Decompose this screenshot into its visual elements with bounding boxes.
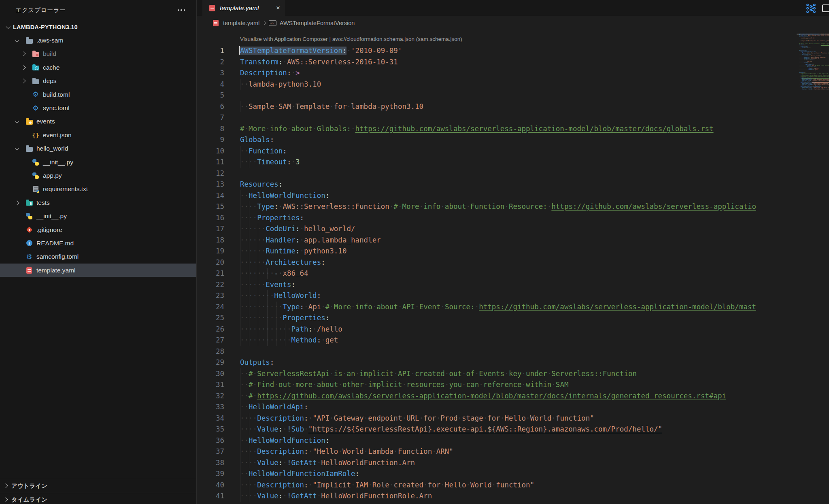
line-number[interactable]: 23	[197, 290, 224, 302]
code-line-5[interactable]: 5	[197, 90, 797, 101]
line-number[interactable]: 24	[197, 302, 224, 313]
code-line-29[interactable]: 29Outputs:	[197, 357, 797, 368]
line-number[interactable]: 33	[197, 402, 224, 413]
tree-item-cache[interactable]: cache	[0, 61, 196, 74]
tree-item-sync.toml[interactable]: ⚙sync.toml	[0, 101, 196, 115]
line-content[interactable]: ····Properties:	[240, 213, 304, 224]
line-number[interactable]: 9	[197, 134, 224, 146]
tab-close-icon[interactable]: ×	[276, 4, 280, 11]
line-number[interactable]: 26	[197, 324, 224, 335]
code-line-4[interactable]: 4··lambda-python3.10	[197, 79, 797, 90]
line-number[interactable]: 6	[197, 101, 224, 113]
line-content[interactable]: Description:·>	[240, 68, 300, 79]
tree-item-event.json[interactable]: {}event.json	[0, 128, 196, 142]
tree-item-hello-world[interactable]: hello_world	[0, 142, 196, 155]
code-line-8[interactable]: 8#·More·info·about·Globals:·https://gith…	[197, 123, 797, 135]
code-line-26[interactable]: 26············Path:·/hello	[197, 324, 797, 335]
line-number[interactable]: 8	[197, 123, 224, 135]
line-number[interactable]: 15	[197, 201, 224, 213]
line-number[interactable]: 3	[197, 68, 224, 79]
tree-item--init-.py[interactable]: __init__.py	[0, 209, 196, 223]
line-content[interactable]: ··HelloWorldFunction:	[240, 190, 329, 202]
code-line-41[interactable]: 41····Value:·!GetAtt·HelloWorldFunctionR…	[197, 491, 797, 502]
line-content[interactable]: ··HelloWorldFunction:	[240, 435, 329, 447]
code-line-15[interactable]: 15····Type:·AWS::Serverless::Function·#·…	[197, 201, 797, 213]
tree-item-events[interactable]: events	[0, 115, 196, 128]
line-number[interactable]: 37	[197, 446, 224, 457]
line-content[interactable]: ··#·ServerlessRestApi·is·an·implicit·API…	[240, 368, 637, 380]
code-line-21[interactable]: 21········-·x86_64	[197, 268, 797, 279]
tree-item-readme.md[interactable]: iREADME.md	[0, 236, 196, 250]
line-content[interactable]: ··HelloWorldApi:	[240, 402, 308, 413]
code-line-25[interactable]: 25··········Properties:	[197, 313, 797, 324]
line-number[interactable]: 19	[197, 246, 224, 257]
line-content[interactable]: #·More·info·about·Globals:·https://githu…	[240, 123, 714, 135]
code-line-18[interactable]: 18······Handler:·app.lambda_handler	[197, 235, 797, 246]
tree-item-template.yaml[interactable]: template.yaml	[0, 264, 196, 277]
code-line-16[interactable]: 16····Properties:	[197, 213, 797, 224]
line-number[interactable]: 35	[197, 424, 224, 435]
line-content[interactable]: ····Description:·"Hello·World·Lambda·Fun…	[240, 446, 453, 457]
line-number[interactable]: 30	[197, 368, 224, 380]
line-number[interactable]: 27	[197, 335, 224, 346]
code-line-10[interactable]: 10··Function:	[197, 146, 797, 157]
line-number[interactable]: 14	[197, 190, 224, 202]
line-number[interactable]: 5	[197, 90, 224, 101]
line-number[interactable]: 11	[197, 157, 224, 168]
line-number[interactable]: 13	[197, 179, 224, 190]
tree-item-app.py[interactable]: app.py	[0, 169, 196, 182]
tree-item-requirements.txt[interactable]: requirements.txt	[0, 183, 196, 196]
line-content[interactable]: ········HelloWorld:	[240, 290, 321, 302]
line-content[interactable]: ··········Properties:	[240, 313, 329, 324]
tree-item-tests[interactable]: tests	[0, 196, 196, 209]
minimap[interactable]: 1AWSTemplateFormatVersion:·'2010-09-09'2…	[797, 34, 829, 102]
tree-root-folder[interactable]: LAMBDA-PYTHON3.10	[0, 20, 196, 34]
code-editor[interactable]: 1AWSTemplateFormatVersion:·'2010-09-09'2…	[197, 45, 797, 504]
explorer-more-actions-icon[interactable]	[175, 7, 188, 13]
code-line-35[interactable]: 35····Value:·!Sub·"https://${ServerlessR…	[197, 424, 797, 435]
code-line-7[interactable]: 7	[197, 112, 797, 123]
line-number[interactable]: 16	[197, 213, 224, 224]
code-line-31[interactable]: 31··#·Find·out·more·about·other·implicit…	[197, 379, 797, 391]
tab-template-yaml[interactable]: template.yaml ×	[202, 0, 285, 16]
line-number[interactable]: 38	[197, 457, 224, 469]
line-content[interactable]: Globals:	[240, 134, 274, 146]
tree-item-.aws-sam[interactable]: .aws-sam	[0, 34, 196, 47]
code-line-28[interactable]: 28	[197, 346, 797, 357]
line-content[interactable]: ······Events:	[240, 279, 295, 291]
code-line-17[interactable]: 17······CodeUri:·hello_world/	[197, 223, 797, 235]
line-content[interactable]: ······Runtime:·python3.10	[240, 246, 346, 257]
tree-item-.gitignore[interactable]: .gitignore	[0, 223, 196, 236]
line-content[interactable]: ······Handler:·app.lambda_handler	[240, 235, 381, 246]
line-number[interactable]: 17	[197, 223, 224, 235]
line-content[interactable]: ··lambda-python3.10	[240, 79, 321, 90]
line-number[interactable]: 32	[197, 391, 224, 402]
code-line-23[interactable]: 23········HelloWorld:	[197, 290, 797, 302]
outline-panel-header[interactable]: アウトライン	[0, 479, 196, 492]
line-number[interactable]: 10	[197, 146, 224, 157]
line-number[interactable]: 25	[197, 313, 224, 324]
line-content[interactable]: Outputs:	[240, 357, 274, 368]
line-content[interactable]: ··········Type:·Api·#·More·info·about·AP…	[240, 302, 756, 313]
line-content[interactable]: Transform:·AWS::Serverless-2016-10-31	[240, 57, 398, 68]
codelens-schema-link[interactable]: aws://cloudformation.schema.json (sam.sc…	[332, 36, 462, 42]
code-line-2[interactable]: 2Transform:·AWS::Serverless-2016-10-31	[197, 57, 797, 68]
line-number[interactable]: 21	[197, 268, 224, 279]
line-number[interactable]: 4	[197, 79, 224, 90]
line-number[interactable]: 7	[197, 112, 224, 123]
line-number[interactable]: 40	[197, 480, 224, 491]
line-number[interactable]: 2	[197, 57, 224, 68]
code-line-27[interactable]: 27············Method:·get	[197, 335, 797, 346]
line-number[interactable]: 42	[197, 502, 224, 504]
line-number[interactable]: 39	[197, 468, 224, 480]
line-content[interactable]: ············Path:·/hello	[240, 324, 342, 335]
line-number[interactable]: 22	[197, 279, 224, 291]
code-line-42[interactable]: 42	[197, 502, 797, 504]
application-composer-icon[interactable]	[806, 3, 816, 14]
line-number[interactable]: 28	[197, 346, 224, 357]
codelens-visualize-link[interactable]: Visualize with Application Composer	[240, 36, 328, 42]
timeline-panel-header[interactable]: タイムライン	[0, 493, 196, 504]
line-content[interactable]: ····Value:·!GetAtt·HelloWorldFunctionRol…	[240, 491, 432, 502]
code-line-33[interactable]: 33··HelloWorldApi:	[197, 402, 797, 413]
code-line-9[interactable]: 9Globals:	[197, 134, 797, 146]
